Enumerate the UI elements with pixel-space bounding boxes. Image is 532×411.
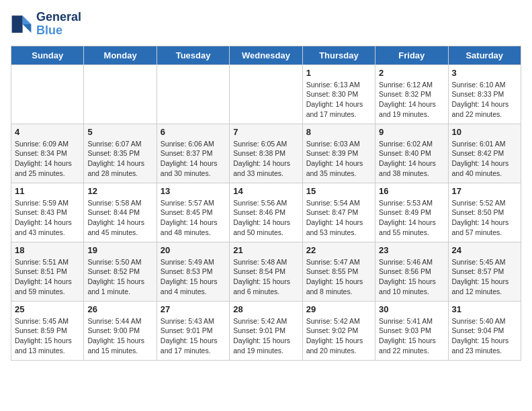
calendar-cell: 6Sunrise: 6:06 AM Sunset: 8:37 PM Daylig…	[157, 124, 229, 183]
day-number: 30	[379, 304, 444, 314]
calendar-cell: 9Sunrise: 6:02 AM Sunset: 8:40 PM Daylig…	[375, 124, 448, 183]
calendar-cell: 31Sunrise: 5:40 AM Sunset: 9:04 PM Dayli…	[448, 301, 521, 360]
calendar-cell	[157, 64, 229, 124]
logo-text: General Blue	[36, 11, 81, 38]
logo-icon	[11, 13, 32, 35]
day-info: Sunrise: 5:43 AM Sunset: 9:01 PM Dayligh…	[161, 316, 226, 356]
day-number: 18	[15, 245, 80, 255]
day-info: Sunrise: 5:40 AM Sunset: 9:04 PM Dayligh…	[452, 316, 517, 356]
day-number: 12	[87, 186, 152, 196]
calendar-cell: 21Sunrise: 5:48 AM Sunset: 8:54 PM Dayli…	[230, 242, 302, 301]
day-number: 25	[15, 304, 80, 314]
day-info: Sunrise: 6:07 AM Sunset: 8:35 PM Dayligh…	[87, 139, 152, 179]
calendar-cell: 18Sunrise: 5:51 AM Sunset: 8:51 PM Dayli…	[11, 242, 84, 301]
calendar-cell: 15Sunrise: 5:54 AM Sunset: 8:47 PM Dayli…	[302, 183, 375, 242]
day-number: 26	[87, 304, 152, 314]
calendar-cell: 26Sunrise: 5:44 AM Sunset: 9:00 PM Dayli…	[84, 301, 157, 360]
day-number: 27	[161, 304, 226, 314]
day-number: 15	[306, 186, 371, 196]
day-number: 10	[452, 127, 517, 137]
day-info: Sunrise: 5:50 AM Sunset: 8:52 PM Dayligh…	[87, 257, 152, 297]
day-number: 4	[15, 127, 80, 137]
day-info: Sunrise: 5:54 AM Sunset: 8:47 PM Dayligh…	[306, 198, 371, 238]
day-header-thursday: Thursday	[302, 46, 375, 64]
day-number: 11	[15, 186, 80, 196]
day-number: 8	[306, 127, 371, 137]
calendar-table: SundayMondayTuesdayWednesdayThursdayFrid…	[11, 46, 521, 361]
calendar-cell: 27Sunrise: 5:43 AM Sunset: 9:01 PM Dayli…	[157, 301, 229, 360]
day-info: Sunrise: 6:13 AM Sunset: 8:30 PM Dayligh…	[306, 80, 371, 120]
day-info: Sunrise: 6:06 AM Sunset: 8:37 PM Dayligh…	[161, 139, 226, 179]
day-number: 7	[233, 127, 298, 137]
day-headers-row: SundayMondayTuesdayWednesdayThursdayFrid…	[11, 46, 521, 64]
svg-marker-0	[23, 15, 32, 24]
calendar-cell: 13Sunrise: 5:57 AM Sunset: 8:45 PM Dayli…	[157, 183, 229, 242]
day-number: 14	[233, 186, 298, 196]
calendar-cell	[230, 64, 302, 124]
day-info: Sunrise: 5:41 AM Sunset: 9:03 PM Dayligh…	[379, 316, 444, 356]
week-row-3: 11Sunrise: 5:59 AM Sunset: 8:43 PM Dayli…	[11, 183, 521, 242]
day-number: 28	[233, 304, 298, 314]
calendar-cell: 4Sunrise: 6:09 AM Sunset: 8:34 PM Daylig…	[11, 124, 84, 183]
day-number: 29	[306, 304, 371, 314]
day-info: Sunrise: 5:57 AM Sunset: 8:45 PM Dayligh…	[161, 198, 226, 238]
day-number: 5	[87, 127, 152, 137]
day-number: 16	[379, 186, 444, 196]
day-info: Sunrise: 5:58 AM Sunset: 8:44 PM Dayligh…	[87, 198, 152, 238]
day-info: Sunrise: 6:03 AM Sunset: 8:39 PM Dayligh…	[306, 139, 371, 179]
calendar-cell: 23Sunrise: 5:46 AM Sunset: 8:56 PM Dayli…	[375, 242, 448, 301]
day-number: 17	[452, 186, 517, 196]
calendar-cell: 3Sunrise: 6:10 AM Sunset: 8:33 PM Daylig…	[448, 64, 521, 124]
calendar-cell	[11, 64, 84, 124]
logo: General Blue	[11, 11, 81, 38]
week-row-2: 4Sunrise: 6:09 AM Sunset: 8:34 PM Daylig…	[11, 124, 521, 183]
week-row-4: 18Sunrise: 5:51 AM Sunset: 8:51 PM Dayli…	[11, 242, 521, 301]
day-number: 23	[379, 245, 444, 255]
calendar-cell: 11Sunrise: 5:59 AM Sunset: 8:43 PM Dayli…	[11, 183, 84, 242]
calendar-cell: 25Sunrise: 5:45 AM Sunset: 8:59 PM Dayli…	[11, 301, 84, 360]
day-info: Sunrise: 5:51 AM Sunset: 8:51 PM Dayligh…	[15, 257, 80, 297]
day-number: 20	[161, 245, 226, 255]
svg-rect-2	[12, 15, 23, 33]
calendar-cell: 29Sunrise: 5:42 AM Sunset: 9:02 PM Dayli…	[302, 301, 375, 360]
logo-line1: General	[36, 11, 81, 24]
day-number: 9	[379, 127, 444, 137]
svg-marker-1	[23, 24, 32, 33]
day-header-wednesday: Wednesday	[230, 46, 302, 64]
calendar-cell: 5Sunrise: 6:07 AM Sunset: 8:35 PM Daylig…	[84, 124, 157, 183]
calendar-cell: 30Sunrise: 5:41 AM Sunset: 9:03 PM Dayli…	[375, 301, 448, 360]
day-number: 13	[161, 186, 226, 196]
calendar-cell: 10Sunrise: 6:01 AM Sunset: 8:42 PM Dayli…	[448, 124, 521, 183]
day-number: 24	[452, 245, 517, 255]
calendar-cell: 19Sunrise: 5:50 AM Sunset: 8:52 PM Dayli…	[84, 242, 157, 301]
day-info: Sunrise: 5:59 AM Sunset: 8:43 PM Dayligh…	[15, 198, 80, 238]
day-info: Sunrise: 5:42 AM Sunset: 9:01 PM Dayligh…	[233, 316, 298, 356]
day-header-sunday: Sunday	[11, 46, 84, 64]
calendar-cell: 24Sunrise: 5:45 AM Sunset: 8:57 PM Dayli…	[448, 242, 521, 301]
day-number: 21	[233, 245, 298, 255]
day-info: Sunrise: 5:46 AM Sunset: 8:56 PM Dayligh…	[379, 257, 444, 297]
day-info: Sunrise: 6:01 AM Sunset: 8:42 PM Dayligh…	[452, 139, 517, 179]
day-info: Sunrise: 5:48 AM Sunset: 8:54 PM Dayligh…	[233, 257, 298, 297]
page-header: General Blue	[11, 11, 521, 38]
day-number: 1	[306, 68, 371, 78]
logo-line2: Blue	[36, 24, 62, 37]
day-info: Sunrise: 5:42 AM Sunset: 9:02 PM Dayligh…	[306, 316, 371, 356]
calendar-cell: 12Sunrise: 5:58 AM Sunset: 8:44 PM Dayli…	[84, 183, 157, 242]
day-info: Sunrise: 6:10 AM Sunset: 8:33 PM Dayligh…	[452, 80, 517, 120]
day-info: Sunrise: 5:45 AM Sunset: 8:57 PM Dayligh…	[452, 257, 517, 297]
day-header-friday: Friday	[375, 46, 448, 64]
calendar-cell	[84, 64, 157, 124]
day-number: 31	[452, 304, 517, 314]
calendar-cell: 22Sunrise: 5:47 AM Sunset: 8:55 PM Dayli…	[302, 242, 375, 301]
calendar-cell: 1Sunrise: 6:13 AM Sunset: 8:30 PM Daylig…	[302, 64, 375, 124]
calendar-cell: 14Sunrise: 5:56 AM Sunset: 8:46 PM Dayli…	[230, 183, 302, 242]
calendar-cell: 17Sunrise: 5:52 AM Sunset: 8:50 PM Dayli…	[448, 183, 521, 242]
day-number: 22	[306, 245, 371, 255]
day-header-saturday: Saturday	[448, 46, 521, 64]
day-info: Sunrise: 5:56 AM Sunset: 8:46 PM Dayligh…	[233, 198, 298, 238]
day-info: Sunrise: 5:49 AM Sunset: 8:53 PM Dayligh…	[161, 257, 226, 297]
day-info: Sunrise: 5:44 AM Sunset: 9:00 PM Dayligh…	[87, 316, 152, 356]
day-info: Sunrise: 6:12 AM Sunset: 8:32 PM Dayligh…	[379, 80, 444, 120]
day-info: Sunrise: 6:05 AM Sunset: 8:38 PM Dayligh…	[233, 139, 298, 179]
